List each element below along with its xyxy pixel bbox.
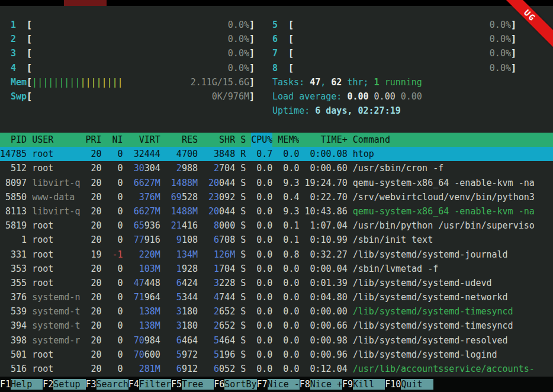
process-row[interactable]: 516root200281M69126052S0.00.00:12.04/usr…	[0, 362, 553, 376]
process-row[interactable]: 355root2004744864243228S0.00.00:01.39/li…	[0, 276, 553, 290]
cell-res: 6464	[166, 333, 198, 348]
cell-pid: 1	[0, 233, 27, 247]
cell-cpu: 0.0	[251, 319, 272, 333]
cell-time: 0:10.99	[304, 233, 347, 247]
fn-key-f10[interactable]: F10Quit	[385, 379, 433, 390]
fn-key-f6[interactable]: F6SortBy	[214, 379, 256, 390]
cpu-meter-6-label: 6	[272, 32, 288, 46]
fn-key-f1[interactable]: F1Help	[0, 379, 43, 390]
cell-virt: 65936	[128, 219, 160, 233]
cell-cpu: 0.0	[251, 290, 272, 304]
fn-key-f2[interactable]: F2Setup	[43, 379, 85, 390]
cpu-meter-4: 4[0.0%]	[11, 61, 255, 75]
cpu-meter-5: 5[0.0%]	[272, 18, 516, 32]
fn-key-f3[interactable]: F3Search	[86, 379, 128, 390]
tasks-summary: Tasks: 47, 62 thr; 1 running	[272, 75, 516, 89]
cell-ni: 0	[107, 233, 123, 247]
cell-time: 0:00.60	[304, 161, 347, 175]
cell-cpu: 0.0	[251, 190, 272, 204]
cell-ni: 0	[107, 276, 123, 290]
fn-key-label-f3: F3	[86, 379, 97, 390]
process-row[interactable]: 398systemd-r2007098464645464S0.00.00:00.…	[0, 333, 553, 348]
cell-pri: 20	[85, 304, 101, 319]
process-row[interactable]: 5819root20065936214168000S0.00.11:07.04/…	[0, 219, 553, 233]
cell-ni: 0	[107, 147, 123, 161]
cell-shr: 2704	[203, 161, 235, 175]
column-header-cmd[interactable]: Command	[353, 133, 553, 147]
fn-key-f9[interactable]: F9Kill	[342, 379, 385, 390]
column-header-res[interactable]: RES	[166, 133, 198, 147]
cell-cmd: /sbin/lvmetad -f	[353, 262, 553, 276]
mem-meter-cache-bar: ||||||||	[80, 75, 123, 89]
cell-pid: 501	[0, 348, 27, 362]
cell-pid: 516	[0, 362, 27, 376]
process-row[interactable]: 1root2007791691086708S0.00.10:10.99/sbin…	[0, 233, 553, 247]
cell-s: R	[240, 147, 246, 161]
cell-cmd: qemu-system-x86_64 -enable-kvm -na	[353, 176, 553, 190]
column-header-mem[interactable]: MEM%	[278, 133, 299, 147]
cell-time: 10:43.86	[304, 204, 347, 219]
cell-mem: 0.0	[278, 262, 299, 276]
cell-mem: 0.0	[278, 304, 299, 319]
fn-key-f7[interactable]: F7Nice -	[257, 379, 300, 390]
meter-column-right: 5[0.0%]6[0.0%]7[0.0%]8[0.0%]Tasks: 47, 6…	[272, 18, 516, 118]
process-row[interactable]: 8113libvirt-q2006627M1488M20044S0.09.310…	[0, 204, 553, 219]
cell-res: 4700	[166, 147, 198, 161]
cell-time: 0:00.00	[304, 304, 347, 319]
process-row[interactable]: 376systemd-n2007196453444744S0.00.00:04.…	[0, 290, 553, 304]
process-row[interactable]: 8097libvirt-q2006627M1488M20044S0.09.319…	[0, 176, 553, 190]
cell-cpu: 0.0	[251, 362, 272, 376]
column-header-time[interactable]: TIME+	[304, 133, 347, 147]
cell-time: 1:07.04	[304, 219, 347, 233]
cell-ni: 0	[107, 204, 123, 219]
cpu-meter-8-value: 0.0%	[490, 61, 511, 75]
cpu-meter-5-value: 0.0%	[490, 18, 511, 32]
fn-key-f5[interactable]: F5Tree	[171, 379, 214, 390]
process-row[interactable]: 394systemd-t200138M31802652S0.00.00:00.6…	[0, 319, 553, 333]
cell-user: systemd-n	[32, 290, 80, 304]
cell-user: root	[32, 262, 80, 276]
cell-s: S	[240, 362, 246, 376]
process-row[interactable]: 539systemd-t200138M31802652S0.00.00:00.0…	[0, 304, 553, 319]
cell-ni: -1	[107, 248, 123, 262]
cpu-meter-2: 2[0.0%]	[11, 32, 255, 46]
process-row[interactable]: 5850www-data200376M6952823092S0.00.40:22…	[0, 190, 553, 204]
process-row[interactable]: 353root200103M19281704S0.00.00:00.04/sbi…	[0, 262, 553, 276]
cell-user: systemd-t	[32, 319, 80, 333]
column-header-pri[interactable]: PRI	[85, 133, 101, 147]
cell-cpu: 0.0	[251, 204, 272, 219]
cpu-meter-6-value: 0.0%	[490, 32, 511, 46]
fn-action-label-f8: Nice +	[310, 379, 342, 390]
cell-virt: 70984	[128, 333, 160, 348]
fn-key-label-f6: F6	[214, 379, 224, 390]
cell-cmd: /lib/systemd/systemd-timesyncd	[353, 319, 553, 333]
column-header-s[interactable]: S	[240, 133, 246, 147]
process-row[interactable]: 331root19-1220M134M126MS0.00.80:32.27/li…	[0, 248, 553, 262]
column-header-cpu[interactable]: CPU%	[251, 133, 272, 147]
cell-cpu: 0.0	[251, 161, 272, 175]
column-header-shr[interactable]: SHR	[203, 133, 235, 147]
cell-user: root	[32, 147, 80, 161]
cell-res: 9108	[166, 233, 198, 247]
cell-pid: 353	[0, 262, 27, 276]
cell-s: S	[240, 319, 246, 333]
column-header-user[interactable]: USER	[32, 133, 80, 147]
column-header-virt[interactable]: VIRT	[128, 133, 160, 147]
process-row[interactable]: 14785root2003244447003848R0.70.00:00.08h…	[0, 147, 553, 161]
cell-user: libvirt-q	[32, 176, 80, 190]
cell-mem: 0.0	[278, 290, 299, 304]
column-header-ni[interactable]: NI	[107, 133, 123, 147]
cell-virt: 220M	[128, 248, 160, 262]
cpu-meter-2-value: 0.0%	[228, 32, 249, 46]
top-bar-accent	[64, 0, 107, 6]
column-header-pid[interactable]: PID	[0, 133, 27, 147]
fn-action-label-f9: Kill	[353, 379, 385, 390]
fn-key-f4[interactable]: F4Filter	[128, 379, 171, 390]
cell-time: 0:22.70	[304, 190, 347, 204]
fn-key-f8[interactable]: F8Nice +	[300, 379, 342, 390]
cell-pri: 20	[85, 204, 101, 219]
top-window-bar	[0, 0, 553, 6]
load-average: Load average: 0.00 0.00 0.00	[272, 89, 516, 104]
process-row[interactable]: 512root2003030429882704S0.00.00:00.60/us…	[0, 161, 553, 175]
process-row[interactable]: 501root2007060059725196S0.00.00:00.96/li…	[0, 348, 553, 362]
